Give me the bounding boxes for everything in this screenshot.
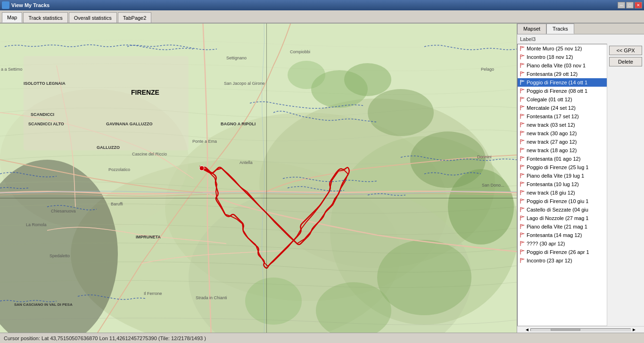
track-item[interactable]: Piano della Vite (19 lug 1 <box>518 172 607 180</box>
restore-button[interactable]: □ <box>626 2 634 8</box>
svg-point-14 <box>377 240 471 315</box>
track-icon <box>520 80 525 85</box>
titlebar: View My Tracks ─ □ ✕ <box>0 0 644 10</box>
track-item[interactable]: Incontro (23 apr 12) <box>518 256 607 265</box>
track-label: Piano della Vite (19 lug 1 <box>527 173 584 179</box>
track-icon <box>520 241 525 246</box>
track-item[interactable]: Poggio di Firenze (14 ott 1 <box>518 78 607 87</box>
track-icon <box>520 122 525 128</box>
track-label: Castello di Sezzate (04 giu <box>527 207 588 212</box>
track-item[interactable]: Monte Muro (25 nov 12) <box>518 44 607 53</box>
svg-rect-17 <box>24 56 189 150</box>
track-icon <box>520 224 525 229</box>
track-item[interactable]: ???? (30 apr 12) <box>518 239 607 248</box>
track-item[interactable]: Fontesanta (17 set 12) <box>518 112 607 121</box>
track-label: ???? (30 apr 12) <box>527 241 565 246</box>
close-button[interactable]: ✕ <box>635 2 642 8</box>
track-icon <box>520 198 525 204</box>
track-label: Incontro (18 nov 12) <box>527 54 573 60</box>
track-icon <box>520 147 525 153</box>
track-icon <box>520 156 525 162</box>
track-label: new track (18 ago 12) <box>527 147 577 153</box>
track-icon <box>520 88 525 94</box>
track-item[interactable]: Poggio di Firenze (26 apr 1 <box>518 248 607 256</box>
tab-track-statistics[interactable]: Track statistics <box>23 12 67 23</box>
track-icon <box>520 164 525 170</box>
track-label: new track (30 ago 12) <box>527 131 577 136</box>
track-label: Poggio di Firenze (14 ott 1 <box>527 80 587 85</box>
track-item[interactable]: new track (27 ago 12) <box>518 138 607 146</box>
track-icon <box>520 232 525 238</box>
track-item[interactable]: new track (30 ago 12) <box>518 129 607 138</box>
hscroll-thumb[interactable] <box>551 329 580 331</box>
track-label: Fontesanta (17 set 12) <box>527 114 579 119</box>
track-label: new track (18 giu 12) <box>527 190 575 196</box>
track-icon <box>520 249 525 255</box>
cursor-position: Cursor position: Lat 43,75150507636870 L… <box>4 335 206 341</box>
track-label: new track (03 set 12) <box>527 122 575 128</box>
tab-tabpage2[interactable]: TabPage2 <box>118 12 152 23</box>
track-item[interactable]: Fontesanta (14 mag 12) <box>518 231 607 239</box>
track-icon <box>520 131 525 136</box>
titlebar-controls: ─ □ ✕ <box>618 2 642 8</box>
track-label: Piano della Vite (21 mag 1 <box>527 224 587 229</box>
track-item[interactable]: Castello di Sezzate (04 giu <box>518 205 607 214</box>
track-item[interactable]: new track (18 giu 12) <box>518 188 607 197</box>
track-item[interactable]: Fontesanta (01 ago 12) <box>518 155 607 163</box>
gpx-button[interactable]: << GPX <box>609 46 642 55</box>
track-label: Mercatale (24 set 12) <box>527 105 576 111</box>
tab-map[interactable]: Map <box>2 12 22 23</box>
track-item[interactable]: Poggio di Firenze (08 ott 1 <box>518 87 607 95</box>
svg-point-13 <box>448 169 514 245</box>
minimize-button[interactable]: ─ <box>618 2 625 8</box>
track-item[interactable]: Piano della Vite (03 nov 1 <box>518 61 607 70</box>
tracks-list[interactable]: Monte Muro (25 nov 12)Incontro (18 nov 1… <box>517 44 607 326</box>
track-label: Lago di Nozzole (27 mag 1 <box>527 215 588 221</box>
track-item[interactable]: Mercatale (24 set 12) <box>518 104 607 112</box>
track-icon <box>520 181 525 187</box>
track-label: Monte Muro (25 nov 12) <box>527 46 582 51</box>
track-item[interactable]: Fontesanta (29 ott 12) <box>518 70 607 78</box>
delete-button[interactable]: Delete <box>609 57 642 66</box>
tracks-buttons: << GPX Delete <box>607 44 644 326</box>
track-icon <box>520 215 525 221</box>
svg-point-11 <box>368 89 434 136</box>
hscroll-left-arrow[interactable]: ◄ <box>524 327 530 332</box>
track-item[interactable]: Fontesanta (10 lug 12) <box>518 180 607 188</box>
right-panel: Mapset Tracks Label3 Monte Muro (25 nov … <box>517 24 644 333</box>
track-item[interactable]: Poggio di Firenze (25 lug 1 <box>518 163 607 172</box>
track-icon <box>520 105 525 111</box>
label3-text: Label3 <box>517 34 644 44</box>
track-label: Fontesanta (01 ago 12) <box>527 156 580 162</box>
track-item[interactable]: Lago di Nozzole (27 mag 1 <box>518 214 607 222</box>
tab-mapset[interactable]: Mapset <box>517 24 546 34</box>
svg-point-16 <box>245 278 302 325</box>
hscroll-track[interactable] <box>530 328 631 331</box>
titlebar-left: View My Tracks <box>2 1 50 9</box>
track-icon <box>520 207 525 212</box>
track-item[interactable]: Colegale (01 ott 12) <box>518 95 607 104</box>
tracks-panel-body: Monte Muro (25 nov 12)Incontro (18 nov 1… <box>517 44 644 326</box>
main-container: Map Track statistics Overall statistics … <box>0 10 644 343</box>
right-tab-bar: Mapset Tracks <box>517 24 644 34</box>
track-item[interactable]: new track (18 ago 12) <box>518 146 607 155</box>
track-icon <box>520 190 525 196</box>
status-bar: Cursor position: Lat 43,75150507636870 L… <box>0 333 644 343</box>
track-item[interactable]: Incontro (18 nov 12) <box>518 53 607 61</box>
right-content: Label3 Monte Muro (25 nov 12)Incontro (1… <box>517 34 644 333</box>
svg-point-9 <box>344 63 391 96</box>
track-label: Fontesanta (29 ott 12) <box>527 71 578 77</box>
tracks-horizontal-scrollbar[interactable]: ◄ ► <box>517 326 644 333</box>
crosshair-vertical <box>266 24 267 333</box>
hscroll-right-arrow[interactable]: ► <box>631 327 637 332</box>
track-icon <box>520 97 525 102</box>
tab-overall-statistics[interactable]: Overall statistics <box>69 12 117 23</box>
svg-point-10 <box>288 61 325 89</box>
track-icon <box>520 258 525 263</box>
track-item[interactable]: Piano della Vite (21 mag 1 <box>518 222 607 231</box>
crosshair-horizontal <box>0 198 517 198</box>
track-item[interactable]: new track (03 set 12) <box>518 121 607 129</box>
tab-tracks[interactable]: Tracks <box>546 24 574 34</box>
map-area[interactable]: Settignano Compiobbi FIRENZE ISOLOTTO LE… <box>0 24 517 333</box>
track-item[interactable]: Poggio di Firenze (10 giu 1 <box>518 197 607 205</box>
